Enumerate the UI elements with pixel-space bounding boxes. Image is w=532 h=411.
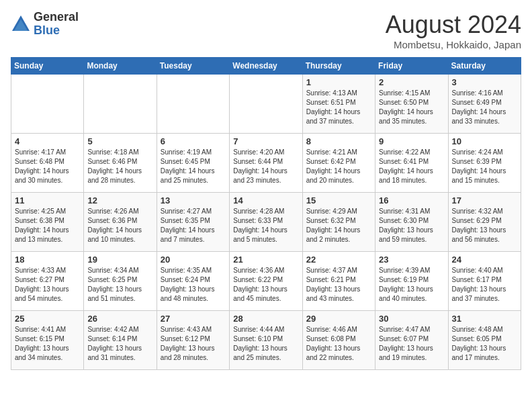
calendar-cell: 4Sunrise: 4:17 AM Sunset: 6:48 PM Daylig… — [11, 134, 84, 193]
logo-icon — [11, 14, 31, 34]
cell-content: Sunrise: 4:43 AM Sunset: 6:12 PM Dayligh… — [161, 325, 226, 363]
cell-content: Sunrise: 4:36 AM Sunset: 6:22 PM Dayligh… — [233, 266, 298, 304]
weekday-header-wednesday: Wednesday — [230, 58, 302, 75]
day-number: 14 — [233, 195, 298, 205]
logo-text: General Blue — [34, 11, 79, 38]
cell-content: Sunrise: 4:44 AM Sunset: 6:10 PM Dayligh… — [233, 325, 298, 363]
calendar-cell: 11Sunrise: 4:25 AM Sunset: 6:38 PM Dayli… — [11, 193, 84, 252]
cell-content: Sunrise: 4:15 AM Sunset: 6:50 PM Dayligh… — [379, 89, 444, 126]
cell-content: Sunrise: 4:32 AM Sunset: 6:29 PM Dayligh… — [452, 207, 517, 244]
cell-content: Sunrise: 4:21 AM Sunset: 6:42 PM Dayligh… — [306, 148, 371, 185]
calendar-cell — [11, 75, 84, 134]
day-number: 4 — [15, 136, 80, 146]
calendar-cell: 31Sunrise: 4:48 AM Sunset: 6:05 PM Dayli… — [448, 311, 521, 370]
calendar-cell: 10Sunrise: 4:24 AM Sunset: 6:39 PM Dayli… — [448, 134, 521, 193]
calendar-cell: 5Sunrise: 4:18 AM Sunset: 6:46 PM Daylig… — [84, 134, 157, 193]
calendar-cell: 3Sunrise: 4:16 AM Sunset: 6:49 PM Daylig… — [448, 75, 521, 134]
calendar-cell: 20Sunrise: 4:35 AM Sunset: 6:24 PM Dayli… — [157, 252, 229, 311]
cell-content: Sunrise: 4:39 AM Sunset: 6:19 PM Dayligh… — [379, 266, 444, 304]
cell-content: Sunrise: 4:25 AM Sunset: 6:38 PM Dayligh… — [15, 207, 80, 244]
calendar-cell: 19Sunrise: 4:34 AM Sunset: 6:25 PM Dayli… — [84, 252, 157, 311]
calendar-cell: 26Sunrise: 4:42 AM Sunset: 6:14 PM Dayli… — [84, 311, 157, 370]
calendar-cell: 6Sunrise: 4:19 AM Sunset: 6:45 PM Daylig… — [157, 134, 229, 193]
calendar-cell: 27Sunrise: 4:43 AM Sunset: 6:12 PM Dayli… — [157, 311, 229, 370]
weekday-header-tuesday: Tuesday — [157, 58, 229, 75]
day-number: 3 — [452, 77, 517, 87]
cell-content: Sunrise: 4:13 AM Sunset: 6:51 PM Dayligh… — [306, 89, 371, 126]
calendar-cell: 24Sunrise: 4:40 AM Sunset: 6:17 PM Dayli… — [448, 252, 521, 311]
day-number: 12 — [87, 195, 152, 205]
day-number: 31 — [452, 314, 517, 324]
cell-content: Sunrise: 4:16 AM Sunset: 6:49 PM Dayligh… — [452, 89, 517, 126]
weekday-header-monday: Monday — [84, 58, 157, 75]
day-number: 5 — [87, 136, 152, 146]
cell-content: Sunrise: 4:27 AM Sunset: 6:35 PM Dayligh… — [161, 207, 226, 244]
calendar-week-row: 1Sunrise: 4:13 AM Sunset: 6:51 PM Daylig… — [11, 75, 521, 134]
day-number: 29 — [306, 314, 371, 324]
day-number: 17 — [452, 195, 517, 205]
page-header: General Blue August 2024 Mombetsu, Hokka… — [11, 11, 521, 50]
calendar-week-row: 18Sunrise: 4:33 AM Sunset: 6:27 PM Dayli… — [11, 252, 521, 311]
day-number: 19 — [87, 255, 152, 265]
calendar-week-row: 4Sunrise: 4:17 AM Sunset: 6:48 PM Daylig… — [11, 134, 521, 193]
logo-blue-text: Blue — [34, 24, 79, 38]
day-number: 21 — [233, 255, 298, 265]
day-number: 26 — [87, 314, 152, 324]
day-number: 9 — [379, 136, 444, 146]
day-number: 16 — [379, 195, 444, 205]
calendar-cell: 18Sunrise: 4:33 AM Sunset: 6:27 PM Dayli… — [11, 252, 84, 311]
calendar-cell: 1Sunrise: 4:13 AM Sunset: 6:51 PM Daylig… — [302, 75, 375, 134]
calendar-cell: 30Sunrise: 4:47 AM Sunset: 6:07 PM Dayli… — [375, 311, 448, 370]
month-year-title: August 2024 — [386, 11, 521, 39]
day-number: 13 — [161, 195, 226, 205]
title-section: August 2024 Mombetsu, Hokkaido, Japan — [386, 11, 521, 50]
calendar-table: SundayMondayTuesdayWednesdayThursdayFrid… — [11, 57, 521, 370]
cell-content: Sunrise: 4:34 AM Sunset: 6:25 PM Dayligh… — [87, 266, 152, 304]
day-number: 1 — [306, 77, 371, 87]
logo-general-text: General — [34, 11, 79, 24]
cell-content: Sunrise: 4:17 AM Sunset: 6:48 PM Dayligh… — [15, 148, 80, 185]
calendar-cell: 29Sunrise: 4:46 AM Sunset: 6:08 PM Dayli… — [302, 311, 375, 370]
cell-content: Sunrise: 4:48 AM Sunset: 6:05 PM Dayligh… — [452, 325, 517, 363]
cell-content: Sunrise: 4:19 AM Sunset: 6:45 PM Dayligh… — [161, 148, 226, 185]
day-number: 22 — [306, 255, 371, 265]
calendar-cell — [230, 75, 302, 134]
day-number: 28 — [233, 314, 298, 324]
weekday-row: SundayMondayTuesdayWednesdayThursdayFrid… — [11, 58, 521, 75]
logo: General Blue — [11, 11, 79, 38]
weekday-header-saturday: Saturday — [448, 58, 521, 75]
cell-content: Sunrise: 4:28 AM Sunset: 6:33 PM Dayligh… — [233, 207, 298, 244]
calendar-cell: 13Sunrise: 4:27 AM Sunset: 6:35 PM Dayli… — [157, 193, 229, 252]
calendar-cell: 16Sunrise: 4:31 AM Sunset: 6:30 PM Dayli… — [375, 193, 448, 252]
cell-content: Sunrise: 4:40 AM Sunset: 6:17 PM Dayligh… — [452, 266, 517, 304]
day-number: 25 — [15, 314, 80, 324]
cell-content: Sunrise: 4:42 AM Sunset: 6:14 PM Dayligh… — [87, 325, 152, 363]
calendar-week-row: 25Sunrise: 4:41 AM Sunset: 6:15 PM Dayli… — [11, 311, 521, 370]
cell-content: Sunrise: 4:33 AM Sunset: 6:27 PM Dayligh… — [15, 266, 80, 304]
calendar-cell: 7Sunrise: 4:20 AM Sunset: 6:44 PM Daylig… — [230, 134, 302, 193]
day-number: 8 — [306, 136, 371, 146]
calendar-cell: 28Sunrise: 4:44 AM Sunset: 6:10 PM Dayli… — [230, 311, 302, 370]
cell-content: Sunrise: 4:35 AM Sunset: 6:24 PM Dayligh… — [161, 266, 226, 304]
calendar-cell: 15Sunrise: 4:29 AM Sunset: 6:32 PM Dayli… — [302, 193, 375, 252]
day-number: 24 — [452, 255, 517, 265]
cell-content: Sunrise: 4:24 AM Sunset: 6:39 PM Dayligh… — [452, 148, 517, 185]
day-number: 20 — [161, 255, 226, 265]
cell-content: Sunrise: 4:20 AM Sunset: 6:44 PM Dayligh… — [233, 148, 298, 185]
calendar-week-row: 11Sunrise: 4:25 AM Sunset: 6:38 PM Dayli… — [11, 193, 521, 252]
cell-content: Sunrise: 4:29 AM Sunset: 6:32 PM Dayligh… — [306, 207, 371, 244]
calendar-header: SundayMondayTuesdayWednesdayThursdayFrid… — [11, 58, 521, 75]
weekday-header-friday: Friday — [375, 58, 448, 75]
cell-content: Sunrise: 4:26 AM Sunset: 6:36 PM Dayligh… — [87, 207, 152, 244]
calendar-cell — [157, 75, 229, 134]
cell-content: Sunrise: 4:18 AM Sunset: 6:46 PM Dayligh… — [87, 148, 152, 185]
day-number: 30 — [379, 314, 444, 324]
calendar-cell — [84, 75, 157, 134]
calendar-cell: 23Sunrise: 4:39 AM Sunset: 6:19 PM Dayli… — [375, 252, 448, 311]
calendar-cell: 25Sunrise: 4:41 AM Sunset: 6:15 PM Dayli… — [11, 311, 84, 370]
cell-content: Sunrise: 4:37 AM Sunset: 6:21 PM Dayligh… — [306, 266, 371, 304]
cell-content: Sunrise: 4:46 AM Sunset: 6:08 PM Dayligh… — [306, 325, 371, 363]
calendar-body: 1Sunrise: 4:13 AM Sunset: 6:51 PM Daylig… — [11, 75, 521, 370]
cell-content: Sunrise: 4:41 AM Sunset: 6:15 PM Dayligh… — [15, 325, 80, 363]
weekday-header-sunday: Sunday — [11, 58, 84, 75]
